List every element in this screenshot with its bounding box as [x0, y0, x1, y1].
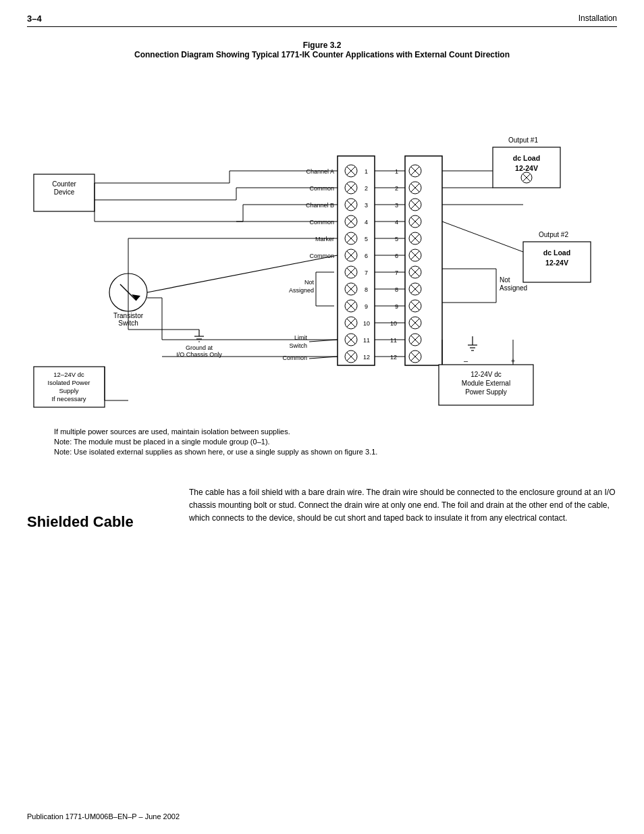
svg-text:2: 2: [365, 185, 368, 192]
publication-info: Publication 1771-UM006B–EN–P – June 2002: [27, 812, 180, 820]
svg-text:Module External: Module External: [462, 380, 510, 387]
shielded-cable-body: The cable has a foil shield with a bare …: [189, 486, 617, 525]
svg-text:Counter: Counter: [52, 180, 76, 188]
svg-text:4: 4: [395, 219, 398, 226]
svg-text:Output #2: Output #2: [539, 231, 568, 238]
wiring-diagram: Counter Device Transistor Switch Ground …: [27, 70, 621, 421]
section-heading-col: Shielded Cable: [27, 486, 176, 538]
svg-text:12-24V: 12-24V: [515, 164, 538, 172]
svg-text:4: 4: [365, 219, 368, 226]
svg-text:9: 9: [365, 303, 368, 310]
svg-text:2: 2: [395, 185, 398, 192]
svg-text:Channel B: Channel B: [306, 202, 334, 209]
svg-text:Power Supply: Power Supply: [465, 388, 507, 396]
svg-text:3: 3: [365, 202, 368, 209]
note-module-group: Note: The module must be placed in a sin…: [54, 438, 617, 446]
svg-text:Ground at: Ground at: [186, 344, 213, 351]
svg-text:1: 1: [365, 168, 368, 175]
svg-text:12-24V: 12-24V: [545, 259, 568, 267]
svg-text:Common: Common: [309, 185, 334, 192]
diagram-svg: Counter Device Transistor Switch Ground …: [27, 70, 621, 421]
svg-text:Device: Device: [54, 188, 75, 196]
svg-text:Isolated Power: Isolated Power: [48, 379, 90, 386]
svg-text:1: 1: [395, 168, 398, 175]
figure-title: Figure 3.2 Connection Diagram Showing Ty…: [27, 41, 617, 59]
section-title: Shielded Cable: [27, 513, 176, 531]
svg-text:Not: Not: [304, 279, 315, 286]
chapter-title: Installation: [579, 14, 617, 24]
svg-text:8: 8: [395, 286, 398, 293]
svg-text:Switch: Switch: [289, 342, 307, 349]
svg-text:Common: Common: [309, 219, 334, 226]
svg-text:12: 12: [363, 354, 370, 361]
figure-description: Connection Diagram Showing Typical 1771-…: [27, 50, 617, 59]
svg-text:Channel A: Channel A: [306, 168, 334, 175]
shielded-cable-section: Shielded Cable The cable has a foil shie…: [27, 486, 617, 538]
page-number: 3–4: [27, 14, 42, 24]
svg-text:Assigned: Assigned: [289, 287, 314, 294]
svg-text:8: 8: [365, 286, 368, 293]
svg-text:12-24V dc: 12-24V dc: [471, 371, 502, 378]
svg-text:3: 3: [395, 202, 398, 209]
svg-text:12–24V dc: 12–24V dc: [53, 371, 84, 378]
svg-text:–: –: [464, 357, 468, 365]
svg-text:9: 9: [395, 303, 398, 310]
svg-text:Marker: Marker: [315, 236, 334, 242]
svg-text:dc Load: dc Load: [513, 154, 540, 162]
svg-text:11: 11: [363, 337, 370, 344]
section-body-col: The cable has a foil shield with a bare …: [189, 486, 617, 538]
notes-section: If multiple power sources are used, main…: [27, 427, 617, 456]
svg-text:12: 12: [390, 354, 397, 361]
svg-text:If necessary: If necessary: [51, 395, 86, 402]
svg-text:6: 6: [395, 253, 398, 259]
note-power-source: If multiple power sources are used, main…: [54, 427, 617, 436]
svg-text:Supply: Supply: [59, 387, 78, 394]
svg-text:7: 7: [365, 269, 368, 276]
note-isolated-supply: Note: Use isolated external supplies as …: [54, 448, 617, 456]
svg-text:Assigned: Assigned: [500, 284, 527, 292]
svg-text:Not: Not: [500, 276, 510, 284]
svg-text:5: 5: [365, 236, 368, 242]
svg-text:5: 5: [395, 236, 398, 242]
page-header: 3–4 Installation: [27, 14, 617, 27]
svg-text:11: 11: [390, 337, 397, 344]
svg-text:7: 7: [395, 269, 398, 276]
svg-text:10: 10: [363, 320, 370, 327]
svg-text:6: 6: [365, 253, 368, 259]
svg-text:Output #1: Output #1: [508, 136, 538, 144]
svg-text:dc Load: dc Load: [543, 249, 570, 257]
page-footer: Publication 1771-UM006B–EN–P – June 2002: [27, 812, 617, 820]
svg-text:10: 10: [390, 320, 397, 327]
figure-number: Figure 3.2: [27, 41, 617, 50]
svg-text:Common: Common: [282, 355, 307, 361]
